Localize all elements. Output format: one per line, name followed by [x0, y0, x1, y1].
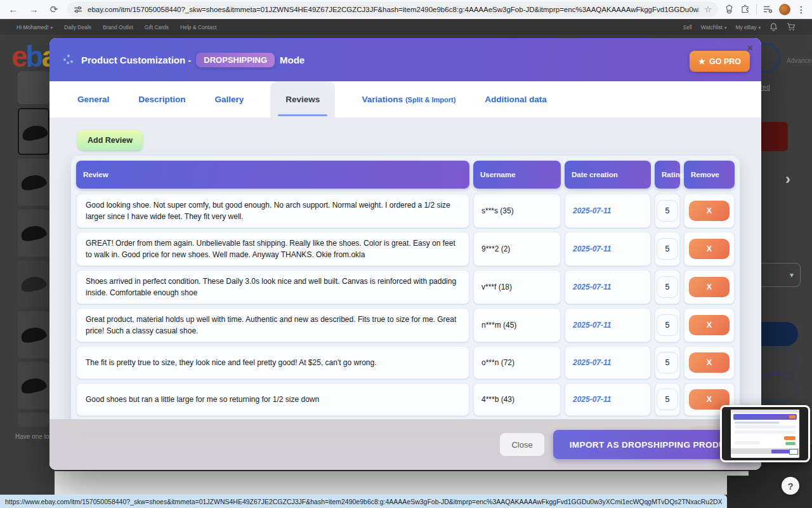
review-cell: Great product, material holds up well wi… — [76, 308, 469, 342]
url-text[interactable]: ebay.com/itm/157050058440?_skw=shoes&itm… — [88, 6, 699, 13]
review-cell: Shoes arrived in perfect condition. Thes… — [76, 270, 469, 304]
nav-link[interactable]: Hi Mohamed!▾ — [16, 24, 53, 30]
review-cell: GREAT! Order from them again. Unbelievab… — [76, 232, 469, 266]
rating-input[interactable] — [657, 314, 678, 336]
star-icon: ★ — [698, 57, 705, 66]
page-bottom-band — [55, 471, 749, 495]
rating-cell — [655, 308, 680, 342]
modal-footer: Close IMPORT AS DROPSHIPPING PRODUCT — [49, 419, 761, 470]
remove-button[interactable]: X — [689, 352, 730, 373]
tab-additional-data[interactable]: Additional data — [482, 81, 549, 117]
nav-link[interactable]: My eBay▾ — [735, 24, 761, 30]
customization-sparkle-icon — [63, 55, 74, 65]
browser-menu-icon[interactable]: ⋮ — [797, 4, 806, 15]
product-thumbnail[interactable] — [18, 108, 49, 155]
address-bar[interactable]: ebay.com/itm/157050058440?_skw=shoes&itm… — [67, 2, 718, 17]
remove-cell: X — [684, 346, 735, 379]
extension-adblock-icon[interactable] — [724, 4, 734, 14]
tab-reviews[interactable]: Reviews — [270, 81, 335, 117]
modal-title-prefix: Product Customization - — [81, 55, 191, 65]
reading-list-icon[interactable] — [763, 4, 773, 14]
forward-icon[interactable]: → — [27, 4, 41, 15]
remove-cell: X — [684, 308, 735, 342]
remove-button[interactable]: X — [689, 201, 730, 221]
table-row: GREAT! Order from them again. Unbelievab… — [76, 232, 735, 266]
profile-avatar[interactable] — [779, 4, 790, 15]
reload-icon[interactable]: ⟳ — [47, 4, 61, 15]
product-thumbnail[interactable] — [18, 159, 49, 206]
modal-title: Product Customization - DROPSHIPPING Mod… — [81, 53, 304, 67]
column-header-date-creation: Date creation — [565, 161, 651, 189]
username-cell: o***n (72) — [473, 346, 561, 379]
tab-gallery[interactable]: Gallery — [213, 81, 247, 117]
chevron-down-icon: ▾ — [51, 25, 53, 30]
bookmark-star-icon[interactable]: ☆ — [704, 4, 712, 14]
table-row: The fit is pretty true to size, they loo… — [76, 346, 735, 379]
rating-input[interactable] — [657, 200, 678, 222]
nav-link[interactable]: Watchlist▾ — [701, 24, 727, 30]
table-row: Good shoes but ran a little large for me… — [76, 383, 735, 416]
remove-cell: X — [684, 232, 735, 266]
thumbnail-scroll-control[interactable] — [18, 71, 49, 104]
back-icon[interactable]: ← — [6, 4, 20, 15]
review-cell: The fit is pretty true to size, they loo… — [76, 346, 469, 379]
column-header-remove: Remove — [684, 161, 735, 189]
tab-general[interactable]: General — [75, 81, 112, 117]
nav-link[interactable]: Gift Cards — [145, 24, 169, 30]
close-icon[interactable]: × — [747, 43, 753, 53]
column-header-username: Username — [473, 161, 561, 189]
nav-link[interactable]: Help & Contact — [180, 24, 216, 30]
extensions-puzzle-icon[interactable] — [740, 4, 750, 14]
advanced-search-link[interactable]: Advanced — [787, 57, 812, 64]
rating-input[interactable] — [657, 238, 678, 260]
remove-button[interactable]: X — [689, 239, 730, 259]
add-review-button[interactable]: Add Review — [77, 130, 143, 150]
product-thumbnail[interactable] — [18, 210, 49, 257]
close-button[interactable]: Close — [500, 433, 544, 456]
screen: ← → ⟳ ebay.com/itm/157050058440?_skw=sho… — [0, 0, 812, 508]
review-cell: Good shoes but ran a little large for me… — [76, 383, 469, 416]
preview-page — [731, 410, 799, 458]
username-cell: v***f (18) — [473, 270, 561, 304]
help-button[interactable]: ? — [782, 477, 799, 495]
username-cell: s***s (35) — [473, 194, 561, 228]
mode-badge: DROPSHIPPING — [196, 53, 275, 67]
reviews-table-body: Good looking shoe. Not super comfy, but … — [76, 194, 735, 432]
nav-link[interactable]: Daily Deals — [64, 24, 91, 30]
date-cell: 2025-07-11 — [565, 308, 651, 342]
table-row: Good looking shoe. Not super comfy, but … — [76, 194, 735, 228]
tab-variations[interactable]: Variations(Split & Import) — [359, 81, 458, 117]
rating-input[interactable] — [657, 352, 678, 373]
product-thumbnail[interactable] — [18, 362, 49, 409]
remove-button[interactable]: X — [689, 277, 730, 297]
ebay-nav-left: Hi Mohamed!▾Daily DealsBrand OutletGift … — [16, 24, 216, 30]
rating-cell — [655, 383, 680, 416]
product-customization-modal: Product Customization - DROPSHIPPING Mod… — [49, 38, 761, 470]
rating-cell — [655, 346, 680, 379]
site-settings-icon[interactable] — [74, 5, 82, 14]
date-cell: 2025-07-11 — [565, 346, 651, 379]
screen-preview-overlay[interactable] — [720, 405, 810, 462]
product-thumbnail[interactable] — [18, 311, 49, 358]
remove-button[interactable]: X — [689, 315, 730, 335]
table-row: Shoes arrived in perfect condition. Thes… — [76, 270, 735, 304]
product-thumbnail[interactable] — [18, 260, 49, 307]
cart-icon[interactable] — [787, 23, 796, 31]
username-cell: 9***2 (2) — [473, 232, 561, 266]
rating-input[interactable] — [657, 389, 678, 410]
table-row: Great product, material holds up well wi… — [76, 308, 735, 342]
chevron-down-icon: ▾ — [724, 25, 727, 30]
modal-body: Add Review ReviewUsernameDate creationRa… — [49, 117, 761, 470]
nav-link[interactable]: Sell — [683, 24, 692, 30]
sponsored-product-image[interactable] — [759, 122, 788, 151]
tab-description[interactable]: Description — [136, 81, 188, 117]
chevron-right-icon[interactable]: › — [785, 170, 790, 188]
column-header-review: Review — [76, 161, 469, 189]
nav-link[interactable]: Brand Outlet — [103, 24, 133, 30]
rating-input[interactable] — [657, 276, 678, 298]
username-cell: n***m (45) — [473, 308, 561, 342]
notifications-bell-icon[interactable] — [769, 23, 778, 31]
product-thumbnail[interactable] — [18, 413, 49, 427]
go-pro-button[interactable]: ★ GO PRO — [690, 51, 750, 72]
date-cell: 2025-07-11 — [565, 383, 651, 416]
